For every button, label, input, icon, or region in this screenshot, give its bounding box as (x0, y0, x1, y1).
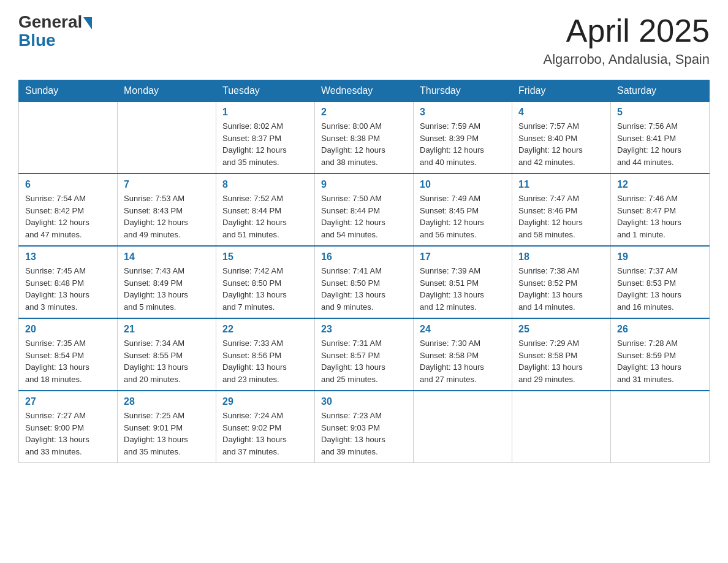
day-info: Sunrise: 8:00 AM Sunset: 8:38 PM Dayligh… (321, 120, 407, 168)
day-info: Sunrise: 7:27 AM Sunset: 9:00 PM Dayligh… (25, 410, 111, 458)
calendar-cell: 28Sunrise: 7:25 AM Sunset: 9:01 PM Dayli… (118, 391, 216, 463)
calendar-cell (611, 391, 710, 463)
day-info: Sunrise: 7:54 AM Sunset: 8:42 PM Dayligh… (25, 193, 111, 240)
day-number: 30 (321, 396, 407, 407)
page-header: General Blue April 2025 Algarrobo, Andal… (18, 12, 710, 67)
day-info: Sunrise: 7:39 AM Sunset: 8:51 PM Dayligh… (420, 265, 506, 313)
calendar-cell: 5Sunrise: 7:56 AM Sunset: 8:41 PM Daylig… (611, 102, 710, 174)
day-info: Sunrise: 7:56 AM Sunset: 8:41 PM Dayligh… (617, 120, 703, 168)
calendar-cell: 23Sunrise: 7:31 AM Sunset: 8:57 PM Dayli… (315, 318, 414, 391)
day-info: Sunrise: 7:41 AM Sunset: 8:50 PM Dayligh… (321, 265, 407, 313)
day-number: 23 (321, 324, 407, 335)
day-number: 20 (25, 324, 111, 335)
day-number: 6 (25, 179, 111, 190)
calendar-cell: 2Sunrise: 8:00 AM Sunset: 8:38 PM Daylig… (315, 102, 414, 174)
calendar-cell: 15Sunrise: 7:42 AM Sunset: 8:50 PM Dayli… (216, 246, 315, 318)
calendar-cell: 21Sunrise: 7:34 AM Sunset: 8:55 PM Dayli… (118, 318, 216, 391)
day-number: 27 (25, 396, 111, 407)
calendar-cell: 7Sunrise: 7:53 AM Sunset: 8:43 PM Daylig… (118, 174, 216, 246)
day-number: 26 (617, 324, 703, 335)
weekday-header-sunday: Sunday (19, 80, 118, 102)
calendar-cell: 24Sunrise: 7:30 AM Sunset: 8:58 PM Dayli… (414, 318, 512, 391)
weekday-header-friday: Friday (512, 80, 611, 102)
calendar-cell: 9Sunrise: 7:50 AM Sunset: 8:44 PM Daylig… (315, 174, 414, 246)
day-number: 13 (25, 251, 111, 262)
day-info: Sunrise: 7:37 AM Sunset: 8:53 PM Dayligh… (617, 265, 703, 313)
day-number: 5 (617, 107, 703, 118)
day-number: 12 (617, 179, 703, 190)
day-number: 22 (222, 324, 308, 335)
calendar-cell: 16Sunrise: 7:41 AM Sunset: 8:50 PM Dayli… (315, 246, 414, 318)
day-number: 28 (124, 396, 210, 407)
calendar-cell: 30Sunrise: 7:23 AM Sunset: 9:03 PM Dayli… (315, 391, 414, 463)
month-title: April 2025 (543, 12, 710, 49)
logo-arrow-icon (83, 17, 92, 29)
calendar-cell: 18Sunrise: 7:38 AM Sunset: 8:52 PM Dayli… (512, 246, 611, 318)
day-info: Sunrise: 7:35 AM Sunset: 8:54 PM Dayligh… (25, 337, 111, 385)
day-number: 15 (222, 251, 308, 262)
calendar-cell: 4Sunrise: 7:57 AM Sunset: 8:40 PM Daylig… (512, 102, 611, 174)
day-info: Sunrise: 7:43 AM Sunset: 8:49 PM Dayligh… (124, 265, 210, 313)
calendar-cell: 3Sunrise: 7:59 AM Sunset: 8:39 PM Daylig… (414, 102, 512, 174)
day-info: Sunrise: 7:23 AM Sunset: 9:03 PM Dayligh… (321, 410, 407, 458)
day-number: 14 (124, 251, 210, 262)
calendar-cell: 29Sunrise: 7:24 AM Sunset: 9:02 PM Dayli… (216, 391, 315, 463)
calendar-table: SundayMondayTuesdayWednesdayThursdayFrid… (18, 80, 710, 463)
weekday-header-row: SundayMondayTuesdayWednesdayThursdayFrid… (19, 80, 710, 102)
calendar-cell: 8Sunrise: 7:52 AM Sunset: 8:44 PM Daylig… (216, 174, 315, 246)
calendar-cell: 20Sunrise: 7:35 AM Sunset: 8:54 PM Dayli… (19, 318, 118, 391)
day-info: Sunrise: 7:53 AM Sunset: 8:43 PM Dayligh… (124, 193, 210, 240)
day-number: 2 (321, 107, 407, 118)
location-title: Algarrobo, Andalusia, Spain (543, 52, 710, 67)
day-number: 24 (420, 324, 506, 335)
day-info: Sunrise: 7:49 AM Sunset: 8:45 PM Dayligh… (420, 193, 506, 240)
day-number: 1 (222, 107, 308, 118)
day-number: 18 (518, 251, 604, 262)
calendar-cell: 1Sunrise: 8:02 AM Sunset: 8:37 PM Daylig… (216, 102, 315, 174)
weekday-header-thursday: Thursday (414, 80, 512, 102)
day-number: 25 (518, 324, 604, 335)
day-info: Sunrise: 7:29 AM Sunset: 8:58 PM Dayligh… (518, 337, 604, 385)
day-number: 19 (617, 251, 703, 262)
day-info: Sunrise: 7:28 AM Sunset: 8:59 PM Dayligh… (617, 337, 703, 385)
day-info: Sunrise: 7:50 AM Sunset: 8:44 PM Dayligh… (321, 193, 407, 240)
calendar-week-row: 6Sunrise: 7:54 AM Sunset: 8:42 PM Daylig… (19, 174, 710, 246)
day-number: 21 (124, 324, 210, 335)
calendar-week-row: 27Sunrise: 7:27 AM Sunset: 9:00 PM Dayli… (19, 391, 710, 463)
logo: General Blue (18, 12, 92, 50)
day-info: Sunrise: 7:34 AM Sunset: 8:55 PM Dayligh… (124, 337, 210, 385)
day-number: 4 (518, 107, 604, 118)
calendar-week-row: 20Sunrise: 7:35 AM Sunset: 8:54 PM Dayli… (19, 318, 710, 391)
calendar-cell: 14Sunrise: 7:43 AM Sunset: 8:49 PM Dayli… (118, 246, 216, 318)
day-info: Sunrise: 7:45 AM Sunset: 8:48 PM Dayligh… (25, 265, 111, 313)
weekday-header-saturday: Saturday (611, 80, 710, 102)
day-info: Sunrise: 7:24 AM Sunset: 9:02 PM Dayligh… (222, 410, 308, 458)
calendar-week-row: 1Sunrise: 8:02 AM Sunset: 8:37 PM Daylig… (19, 102, 710, 174)
logo-general-text: General (18, 12, 82, 32)
calendar-cell (512, 391, 611, 463)
calendar-cell: 22Sunrise: 7:33 AM Sunset: 8:56 PM Dayli… (216, 318, 315, 391)
day-number: 8 (222, 179, 308, 190)
day-info: Sunrise: 7:25 AM Sunset: 9:01 PM Dayligh… (124, 410, 210, 458)
calendar-cell: 26Sunrise: 7:28 AM Sunset: 8:59 PM Dayli… (611, 318, 710, 391)
calendar-cell (414, 391, 512, 463)
day-info: Sunrise: 7:59 AM Sunset: 8:39 PM Dayligh… (420, 120, 506, 168)
day-info: Sunrise: 7:57 AM Sunset: 8:40 PM Dayligh… (518, 120, 604, 168)
title-section: April 2025 Algarrobo, Andalusia, Spain (543, 12, 710, 67)
calendar-cell (19, 102, 118, 174)
day-number: 10 (420, 179, 506, 190)
calendar-cell: 17Sunrise: 7:39 AM Sunset: 8:51 PM Dayli… (414, 246, 512, 318)
calendar-week-row: 13Sunrise: 7:45 AM Sunset: 8:48 PM Dayli… (19, 246, 710, 318)
weekday-header-tuesday: Tuesday (216, 80, 315, 102)
day-number: 16 (321, 251, 407, 262)
day-info: Sunrise: 8:02 AM Sunset: 8:37 PM Dayligh… (222, 120, 308, 168)
calendar-cell: 11Sunrise: 7:47 AM Sunset: 8:46 PM Dayli… (512, 174, 611, 246)
day-number: 17 (420, 251, 506, 262)
calendar-cell: 19Sunrise: 7:37 AM Sunset: 8:53 PM Dayli… (611, 246, 710, 318)
calendar-cell: 25Sunrise: 7:29 AM Sunset: 8:58 PM Dayli… (512, 318, 611, 391)
day-number: 3 (420, 107, 506, 118)
logo-blue-text: Blue (18, 31, 56, 50)
day-info: Sunrise: 7:52 AM Sunset: 8:44 PM Dayligh… (222, 193, 308, 240)
day-info: Sunrise: 7:38 AM Sunset: 8:52 PM Dayligh… (518, 265, 604, 313)
day-info: Sunrise: 7:46 AM Sunset: 8:47 PM Dayligh… (617, 193, 703, 240)
